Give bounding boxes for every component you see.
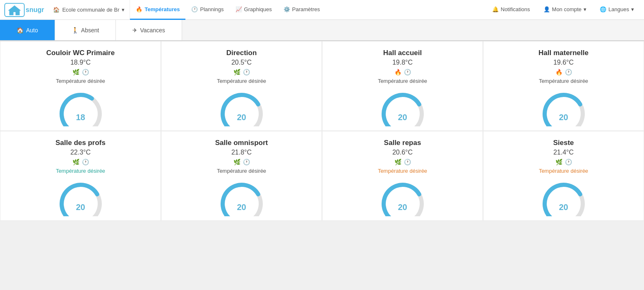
nav-account[interactable]: 👤 Mon compte ▾ — [538, 0, 593, 20]
dial[interactable]: 20 — [56, 179, 106, 216]
room-name: Couloir WC Primaire — [46, 49, 115, 57]
plane-icon: ✈ — [132, 27, 137, 34]
room-icons: 🌿🕐 — [233, 69, 250, 75]
dial[interactable]: 20 — [539, 179, 589, 216]
room-icons: 🌿🕐 — [72, 69, 89, 75]
mode-tabs: 🏠 Auto 🚶 Absent ✈ Vacances — [0, 20, 644, 41]
tab-absent[interactable]: 🚶 Absent — [55, 20, 116, 40]
tab-auto-label: Auto — [26, 27, 38, 34]
room-card[interactable]: Salle repas 20.6°C 🌿🕐 Température désiré… — [322, 131, 483, 221]
language-label: Langues — [608, 6, 629, 12]
dial-value: 20 — [76, 203, 85, 212]
dial[interactable]: 20 — [217, 179, 267, 216]
room-name: Salle repas — [384, 139, 421, 147]
nav-language[interactable]: 🌐 Langues ▾ — [594, 0, 640, 20]
room-temp: 22.3°C — [70, 149, 91, 156]
dial[interactable]: 18 — [56, 89, 106, 126]
tab-auto[interactable]: 🏠 Auto — [0, 20, 55, 40]
room-icons: 🔥🕐 — [394, 69, 411, 75]
nav-graphiques[interactable]: 📈 Graphiques — [230, 0, 278, 20]
nav-temperatures-label: Températures — [144, 6, 180, 12]
tab-vacances[interactable]: ✈ Vacances — [116, 20, 182, 40]
clock-icon: 🕐 — [404, 69, 411, 75]
clock-icon: 🕐 — [565, 159, 572, 165]
clock-icon: 🕐 — [565, 69, 572, 75]
account-dropdown-icon: ▾ — [584, 6, 586, 12]
room-card[interactable]: Couloir WC Primaire 18.9°C 🌿🕐 Températur… — [0, 41, 161, 131]
room-icons: 🌿🕐 — [72, 159, 89, 165]
nav-plannings[interactable]: 🕐 Plannings — [185, 0, 229, 20]
account-label: Mon compte — [552, 6, 582, 12]
room-temp: 19.8°C — [392, 59, 413, 66]
fire-icon: 🔥 — [555, 69, 562, 75]
person-icon: 🚶 — [72, 27, 79, 34]
tab-absent-label: Absent — [81, 27, 99, 34]
room-temp: 21.8°C — [231, 149, 252, 156]
notifications-label: Notifications — [501, 6, 530, 12]
room-name: Salle des profs — [55, 139, 106, 147]
leaf-icon: 🌿 — [72, 69, 79, 75]
desired-label: Température désirée — [539, 78, 588, 84]
nav-parametres[interactable]: ⚙️ Paramètres — [278, 0, 326, 20]
room-temp: 18.9°C — [70, 59, 91, 66]
flame-icon: 🔥 — [136, 6, 142, 12]
clock-icon: 🕐 — [82, 159, 89, 165]
rooms-grid: Couloir WC Primaire 18.9°C 🌿🕐 Températur… — [0, 41, 644, 221]
dial[interactable]: 20 — [539, 89, 589, 126]
dial[interactable]: 20 — [217, 89, 267, 126]
room-temp: 20.6°C — [392, 149, 413, 156]
leaf-icon: 🌿 — [394, 159, 401, 165]
room-icons: 🌿🕐 — [394, 159, 411, 165]
clock-icon: 🕐 — [404, 159, 411, 165]
leaf-icon: 🌿 — [555, 159, 562, 165]
clock-icon: 🕐 — [243, 159, 250, 165]
dial[interactable]: 20 — [378, 179, 428, 216]
room-temp: 19.6°C — [553, 59, 574, 66]
nav-notifications[interactable]: 🔔 Notifications — [486, 0, 536, 20]
fire-icon: 🔥 — [394, 69, 401, 75]
school-selector[interactable]: 🏠 Ecole communale de Br ▾ — [48, 0, 130, 20]
user-icon: 👤 — [543, 6, 550, 12]
logo-text: snugr — [26, 6, 44, 14]
dial-value: 18 — [76, 113, 85, 122]
nav-plannings-label: Plannings — [200, 6, 223, 12]
room-name: Hall accueil — [383, 49, 422, 57]
globe-icon: 🌐 — [600, 6, 606, 12]
desired-label: Température désirée — [217, 168, 266, 174]
room-icons: 🌿🕐 — [233, 159, 250, 165]
language-dropdown-icon: ▾ — [631, 6, 634, 12]
room-icons: 🌿🕐 — [555, 159, 572, 165]
desired-label: Température désirée — [539, 168, 588, 174]
nav-right: 🔔 Notifications 👤 Mon compte ▾ 🌐 Langues… — [486, 0, 640, 20]
nav-temperatures[interactable]: 🔥 Températures — [130, 0, 185, 20]
desired-label: Température désirée — [56, 78, 105, 84]
logo[interactable]: snugr — [4, 2, 44, 17]
leaf-icon: 🌿 — [233, 159, 240, 165]
clock-icon: 🕐 — [82, 69, 89, 75]
room-card[interactable]: Salle omnisport 21.8°C 🌿🕐 Température dé… — [161, 131, 322, 221]
desired-label: Température désirée — [217, 78, 266, 84]
room-card[interactable]: Hall maternelle 19.6°C 🔥🕐 Température dé… — [483, 41, 644, 131]
room-card[interactable]: Sieste 21.4°C 🌿🕐 Température désirée 20 — [483, 131, 644, 221]
room-card[interactable]: Direction 20.5°C 🌿🕐 Température désirée … — [161, 41, 322, 131]
clock-icon: 🕐 — [243, 69, 250, 75]
room-card[interactable]: Salle des profs 22.3°C 🌿🕐 Température dé… — [0, 131, 161, 221]
leaf-icon: 🌿 — [72, 159, 79, 165]
school-label: Ecole communale de Br — [62, 7, 119, 13]
room-temp: 20.5°C — [231, 59, 252, 66]
desired-label: Température désirée — [56, 168, 105, 174]
leaf-icon: 🌿 — [233, 69, 240, 75]
home-icon: 🏠 — [17, 27, 24, 34]
dial[interactable]: 20 — [378, 89, 428, 126]
dial-value: 20 — [237, 113, 246, 122]
room-temp: 21.4°C — [553, 149, 574, 156]
room-card[interactable]: Hall accueil 19.8°C 🔥🕐 Température désir… — [322, 41, 483, 131]
room-name: Sieste — [553, 139, 574, 147]
home-icon: 🏠 — [53, 7, 60, 13]
desired-label: Température désirée — [378, 78, 427, 84]
room-icons: 🔥🕐 — [555, 69, 572, 75]
navbar: snugr 🏠 Ecole communale de Br ▾ 🔥 Tempér… — [0, 0, 644, 20]
room-name: Direction — [226, 49, 257, 57]
dial-value: 20 — [398, 203, 407, 212]
dial-value: 20 — [559, 203, 568, 212]
